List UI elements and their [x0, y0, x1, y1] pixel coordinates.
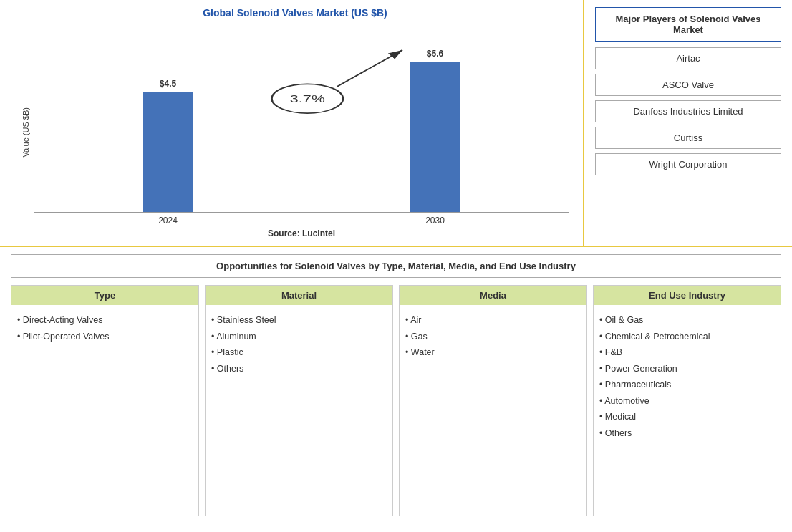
- players-panel: Major Players of Solenoid Valves Market …: [584, 0, 792, 246]
- enduse-item-2: Chemical & Petrochemical: [599, 329, 775, 345]
- player-asco: ASCO Valve: [595, 74, 781, 96]
- top-section: Global Solenoid Valves Market (US $B) Va…: [0, 0, 792, 247]
- chart-inner: 3.7% $4.5 $5.6 2: [34, 26, 569, 238]
- column-body-material: Stainless Steel Aluminum Plastic Others: [206, 305, 392, 384]
- column-header-enduse: End Use Industry: [594, 286, 781, 305]
- x-label-2030: 2030: [301, 216, 569, 226]
- material-item-4: Others: [211, 361, 387, 377]
- enduse-item-1: Oil & Gas: [599, 312, 775, 329]
- material-item-1: Stainless Steel: [211, 312, 387, 329]
- material-item-3: Plastic: [211, 344, 387, 361]
- x-label-2024: 2024: [34, 216, 301, 226]
- column-header-media: Media: [400, 286, 586, 305]
- bar-group-2024: $4.5: [34, 79, 301, 212]
- enduse-item-5: Pharmaceuticals: [599, 377, 775, 393]
- bottom-title: Opportunities for Solenoid Valves by Typ…: [11, 254, 781, 278]
- players-title: Major Players of Solenoid Valves Market: [595, 7, 781, 42]
- column-material: Material Stainless Steel Aluminum Plasti…: [205, 285, 393, 516]
- media-item-1: Air: [405, 312, 581, 329]
- column-body-enduse: Oil & Gas Chemical & Petrochemical F&B P…: [594, 305, 781, 448]
- source-label: Source: Lucintel: [34, 228, 569, 238]
- x-labels: 2024 2030: [34, 216, 569, 226]
- column-body-type: Direct-Acting Valves Pilot-Operated Valv…: [11, 305, 198, 352]
- enduse-item-8: Others: [599, 425, 775, 442]
- enduse-item-4: Power Generation: [599, 361, 775, 377]
- columns-container: Type Direct-Acting Valves Pilot-Operated…: [11, 285, 781, 516]
- enduse-item-7: Medical: [599, 409, 775, 425]
- material-item-2: Aluminum: [211, 329, 387, 345]
- chart-area: Global Solenoid Valves Market (US $B) Va…: [0, 0, 584, 246]
- column-header-type: Type: [11, 286, 198, 305]
- player-wright: Wright Corporation: [595, 153, 781, 175]
- main-container: Global Solenoid Valves Market (US $B) Va…: [0, 0, 792, 532]
- bar-value-2030: $5.6: [427, 49, 443, 59]
- player-airtac: Airtac: [595, 47, 781, 69]
- column-type: Type Direct-Acting Valves Pilot-Operated…: [11, 285, 199, 516]
- bar-2030: [410, 62, 460, 212]
- bar-2024: [143, 92, 193, 212]
- player-curtiss: Curtiss: [595, 127, 781, 149]
- player-danfoss: Danfoss Industries Limited: [595, 100, 781, 122]
- bar-value-2024: $4.5: [160, 79, 176, 89]
- chart-title: Global Solenoid Valves Market (US $B): [203, 7, 387, 19]
- column-header-material: Material: [206, 286, 392, 305]
- bars-area: 3.7% $4.5 $5.6: [34, 26, 569, 213]
- media-item-2: Gas: [405, 329, 581, 345]
- type-item-2: Pilot-Operated Valves: [17, 329, 193, 345]
- column-media: Media Air Gas Water: [399, 285, 587, 516]
- column-body-media: Air Gas Water: [400, 305, 586, 368]
- media-item-3: Water: [405, 344, 581, 361]
- enduse-item-3: F&B: [599, 344, 775, 361]
- column-enduse: End Use Industry Oil & Gas Chemical & Pe…: [593, 285, 781, 516]
- bar-group-2030: $5.6: [301, 49, 569, 212]
- type-item-1: Direct-Acting Valves: [17, 312, 193, 329]
- bottom-section: Opportunities for Solenoid Valves by Typ…: [0, 247, 792, 532]
- chart-wrapper: Value (US $B): [21, 26, 569, 238]
- enduse-item-6: Automotive: [599, 393, 775, 410]
- y-axis-label: Value (US $B): [21, 107, 30, 158]
